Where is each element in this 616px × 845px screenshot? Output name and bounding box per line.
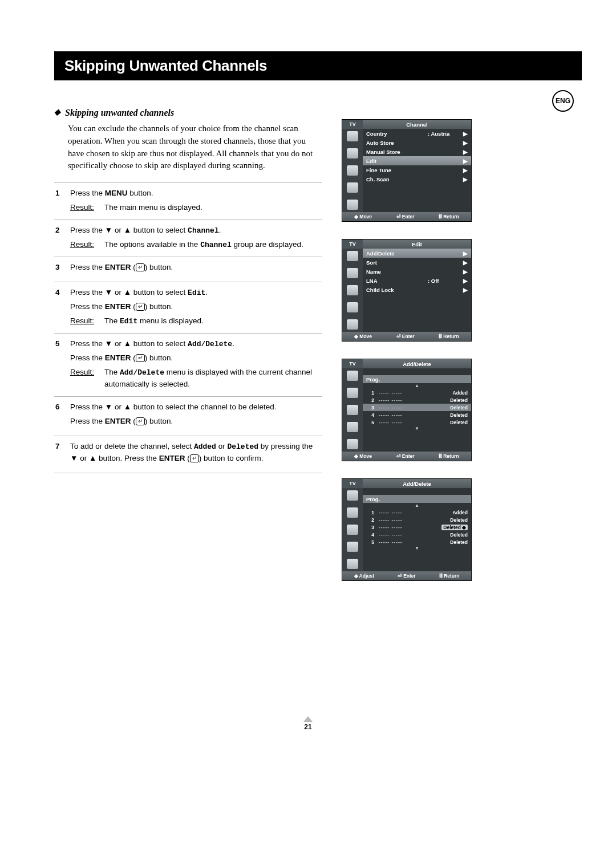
- osd-title: Edit: [363, 239, 471, 249]
- osd-adddelete-move: TV Add/Delete Prog. ▲ 1--: [342, 359, 472, 461]
- osd-prog-row: 4----- -----Deleted: [363, 411, 471, 419]
- osd-prog-row: 2----- -----Deleted: [363, 396, 471, 404]
- step-number: 6: [54, 401, 70, 430]
- subtitle: ◆Skipping unwanted channels: [54, 108, 322, 118]
- step-number: 4: [54, 287, 70, 327]
- step-number: 2: [54, 225, 70, 251]
- osd-icon: [347, 148, 358, 159]
- osd-menu-row: Sort▶: [363, 258, 471, 267]
- osd-icon: [347, 542, 358, 552]
- osd-prog-row: 5----- -----Deleted: [363, 419, 471, 426]
- page-title: Skipping Unwanted Channels: [55, 52, 581, 79]
- step-text: Press the ENTER (↵) button.: [70, 301, 322, 313]
- intro-text: You can exclude the channels of your cho…: [68, 123, 322, 172]
- osd-title: Add/Delete: [363, 359, 471, 368]
- osd-icon: [347, 422, 358, 432]
- osd-icon-strip: [342, 129, 363, 212]
- scroll-down-icon: ▼: [363, 546, 471, 551]
- osd-icon-strip: [342, 488, 363, 571]
- osd-icon: [347, 507, 358, 518]
- osd-menu-row: Name▶: [363, 267, 471, 276]
- steps-list: 1 Press the MENU button. Result: The mai…: [54, 182, 322, 473]
- osd-prog-row: 1----- -----Added: [363, 389, 471, 396]
- osd-title: Add/Delete: [363, 479, 471, 488]
- osd-menu-row: Child Lock▶: [363, 285, 471, 294]
- enter-icon: ↵: [136, 263, 145, 271]
- scroll-up-icon: ▲: [363, 503, 471, 509]
- osd-icon: [347, 268, 358, 278]
- osd-icon: [347, 559, 358, 569]
- step-number: 3: [54, 262, 70, 276]
- osd-icon: [347, 371, 358, 381]
- osd-rows: Country: Austria▶Auto Store▶Manual Store…: [363, 129, 471, 212]
- step-number: 5: [54, 338, 70, 391]
- osd-rows: Add/Delete▶Sort▶Name▶LNA: Off▶Child Lock…: [363, 249, 471, 332]
- osd-icon: [347, 165, 358, 176]
- page-number-text: 21: [304, 723, 311, 731]
- step-text: Press the ▼ or ▲ button to select Add/De…: [70, 338, 322, 350]
- osd-menu-row: Manual Store▶: [363, 147, 471, 156]
- osd-prog-row: 1----- -----Added: [363, 509, 471, 516]
- triangle-up-icon: [303, 716, 313, 722]
- title-block: Skipping Unwanted Channels: [54, 51, 582, 80]
- step-text: Press the MENU button.: [70, 188, 322, 200]
- osd-footer: ◆Adjust ⏎Enter ⅢReturn: [342, 571, 471, 580]
- step-number: 7: [54, 441, 70, 467]
- step-text: Press the ENTER (↵) button.: [70, 416, 322, 428]
- osd-tv-label: TV: [342, 479, 363, 488]
- step-text: Press the ▼ or ▲ button to select the ch…: [70, 401, 322, 413]
- osd-menu-row: Auto Store▶: [363, 138, 471, 147]
- osd-prog-header: Prog.: [363, 495, 471, 503]
- step-text: Press the ▼ or ▲ button to select Channe…: [70, 225, 322, 237]
- osd-icon: [347, 182, 358, 193]
- osd-menu-row: Ch. Scan▶: [363, 174, 471, 184]
- step-text: Press the ENTER (↵) button.: [70, 352, 322, 364]
- step-2: 2 Press the ▼ or ▲ button to select Chan…: [54, 220, 322, 257]
- result-text: The Add/Delete menu is displayed with th…: [104, 367, 322, 391]
- language-badge: ENG: [552, 90, 574, 112]
- step-5: 5 Press the ▼ or ▲ button to select Add/…: [54, 333, 322, 396]
- osd-prog-row: 4----- -----Deleted: [363, 531, 471, 538]
- osd-prog-row: 3----- -----Deleted ◆: [363, 523, 471, 531]
- osd-icon: [347, 285, 358, 295]
- result-label: Result:: [70, 367, 104, 391]
- osd-icon-strip: [342, 368, 363, 452]
- page-number: 21: [303, 716, 313, 731]
- osd-prog-row: 5----- -----Deleted: [363, 538, 471, 546]
- enter-icon: ↵: [136, 354, 145, 362]
- enter-icon: ↵: [136, 417, 145, 425]
- result-label: Result:: [70, 202, 104, 214]
- osd-footer: ◆Move ⏎Enter ⅢReturn: [342, 212, 471, 221]
- osd-icon: [347, 131, 358, 141]
- osd-tv-label: TV: [342, 120, 363, 129]
- step-7: 7 To add or delete the channel, select A…: [54, 436, 322, 473]
- step-4: 4 Press the ▼ or ▲ button to select Edit…: [54, 282, 322, 333]
- instructions-column: ◆Skipping unwanted channels You can excl…: [54, 108, 322, 581]
- step-text: To add or delete the channel, select Add…: [70, 441, 322, 465]
- osd-icon: [347, 405, 358, 415]
- subtitle-text: Skipping unwanted channels: [65, 108, 174, 117]
- step-3: 3 Press the ENTER (↵) button.: [54, 257, 322, 282]
- osd-menu-row: LNA: Off▶: [363, 276, 471, 285]
- osd-icon: [347, 302, 358, 312]
- result-text: The options available in the Channel gro…: [104, 239, 322, 251]
- osd-edit-menu: TV Edit Add/Delete▶Sort▶Name▶LNA: Off▶Ch…: [342, 239, 472, 342]
- osd-prog-row: 3----- -----Deleted: [363, 404, 471, 411]
- result-text: The main menu is displayed.: [104, 202, 322, 214]
- osd-footer: ◆Move ⏎Enter ⅢReturn: [342, 452, 471, 461]
- step-text: Press the ▼ or ▲ button to select Edit.: [70, 287, 322, 299]
- step-number: 1: [54, 188, 70, 214]
- osd-icon: [347, 490, 358, 501]
- osd-rows: Prog. ▲ 1----- -----Added2----- -----Del…: [363, 368, 471, 452]
- osd-title: Channel: [363, 120, 471, 129]
- osd-menu-row: Add/Delete▶: [363, 249, 471, 258]
- osd-icon: [347, 388, 358, 398]
- osd-icon: [347, 319, 358, 330]
- osd-rows: Prog. ▲ 1----- -----Added2----- -----Del…: [363, 488, 471, 571]
- osd-icon: [347, 251, 358, 261]
- scroll-up-icon: ▲: [363, 383, 471, 389]
- osd-column: TV Channel Country: Austria▶Auto Store▶M…: [342, 108, 472, 581]
- osd-channel-menu: TV Channel Country: Austria▶Auto Store▶M…: [342, 119, 472, 222]
- result-label: Result:: [70, 239, 104, 251]
- osd-icon: [347, 439, 358, 449]
